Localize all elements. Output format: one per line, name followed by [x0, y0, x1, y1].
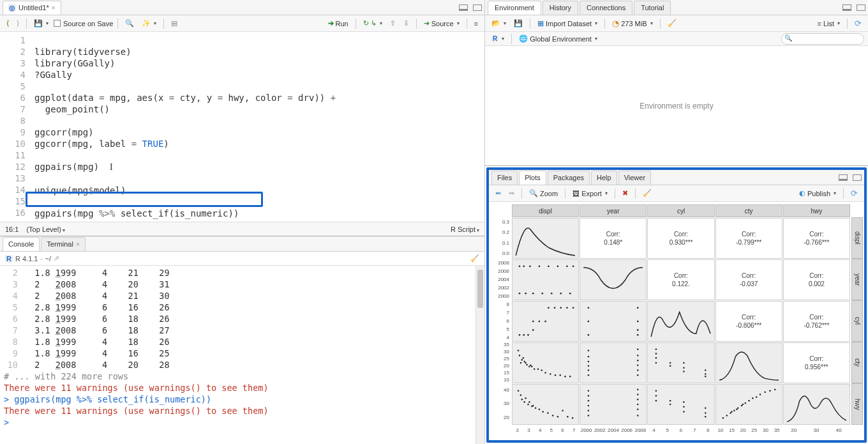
go-next-section-icon[interactable] [401, 18, 412, 29]
load-workspace-icon[interactable] [489, 18, 509, 29]
svg-point-16 [523, 334, 525, 336]
source-button[interactable]: Source [421, 18, 462, 29]
svg-point-129 [759, 394, 761, 395]
svg-point-33 [637, 307, 639, 309]
svg-point-19 [532, 321, 534, 323]
svg-point-99 [588, 405, 590, 407]
tab-environment[interactable]: Environment [488, 1, 541, 15]
svg-point-43 [537, 368, 539, 370]
svg-point-80 [521, 399, 523, 401]
svg-point-90 [562, 410, 564, 411]
svg-point-38 [523, 361, 525, 363]
export-button[interactable]: Export [570, 188, 610, 199]
svg-point-72 [684, 362, 685, 364]
memory-usage[interactable]: 273 MiB [610, 17, 655, 29]
svg-point-2 [529, 265, 531, 267]
console-output[interactable]: 2 1.8 1999 4 21 29 3 2 2008 4 20 31 4 2 … [0, 266, 484, 444]
compile-report-icon[interactable] [168, 18, 180, 29]
refresh-env-icon[interactable] [852, 17, 864, 29]
import-dataset-button[interactable]: Import Dataset [535, 18, 600, 29]
tab-history[interactable]: History [542, 1, 578, 15]
svg-point-78 [518, 390, 520, 392]
console-scrollbar[interactable] [475, 266, 484, 444]
tab-console[interactable]: Console [3, 237, 40, 251]
code-tools-icon[interactable] [139, 18, 159, 29]
svg-point-95 [532, 405, 534, 407]
svg-point-7 [572, 265, 574, 267]
maximize-pane-icon[interactable] [853, 174, 862, 181]
svg-point-46 [550, 373, 551, 375]
svg-point-91 [567, 416, 569, 418]
svg-point-120 [726, 415, 728, 417]
code-editor[interactable]: 12345678910111213141516 library(tidyvers… [0, 32, 484, 222]
clear-plots-icon[interactable] [640, 188, 654, 199]
close-icon[interactable]: × [52, 4, 56, 11]
minimize-pane-icon[interactable] [839, 174, 848, 181]
svg-point-106 [637, 408, 639, 410]
go-prev-section-icon[interactable] [387, 18, 398, 29]
svg-point-9 [525, 293, 527, 295]
source-on-save-checkbox[interactable] [54, 20, 61, 27]
outline-icon[interactable] [472, 19, 481, 29]
svg-point-34 [518, 349, 520, 351]
svg-point-122 [733, 410, 735, 411]
maximize-pane-icon[interactable] [857, 4, 865, 11]
view-mode-list[interactable]: List [814, 19, 842, 29]
source-tab-untitled[interactable]: ◎ Untitled1* × [3, 1, 61, 15]
svg-point-105 [637, 404, 639, 406]
save-workspace-icon[interactable] [511, 18, 525, 29]
env-scope[interactable]: 🌐 Global Environment [516, 33, 600, 44]
svg-point-56 [588, 361, 590, 363]
tab-viewer[interactable]: Viewer [618, 171, 651, 185]
density-year [580, 259, 647, 300]
tab-files[interactable]: Files [491, 171, 518, 185]
zoom-button[interactable]: Zoom [527, 188, 560, 199]
run-button[interactable]: Run [326, 18, 351, 29]
svg-point-31 [637, 329, 639, 331]
tab-terminal[interactable]: Terminal× [41, 237, 85, 251]
source-tabbar: ◎ Untitled1* × [0, 0, 484, 15]
language-selector[interactable]: R Script [451, 226, 479, 233]
remove-plot-icon[interactable] [620, 188, 631, 199]
svg-point-121 [730, 412, 731, 414]
maximize-pane-icon[interactable] [473, 4, 482, 11]
code-body[interactable]: library(tidyverse) library(GGally) ?GGal… [31, 32, 484, 222]
svg-point-111 [670, 400, 671, 402]
tab-tutorial[interactable]: Tutorial [634, 1, 671, 15]
plot-prev-icon[interactable]: ⬅ [493, 188, 504, 199]
svg-point-14 [569, 293, 571, 295]
minimize-pane-icon[interactable] [459, 4, 468, 11]
minimize-pane-icon[interactable] [842, 4, 851, 11]
tab-help[interactable]: Help [591, 171, 617, 185]
scope-selector[interactable]: (Top Level) [26, 226, 64, 233]
tab-packages[interactable]: Packages [548, 171, 590, 185]
svg-point-135 [742, 404, 744, 406]
svg-point-55 [588, 356, 590, 358]
refresh-plot-icon[interactable] [848, 187, 860, 199]
save-button[interactable] [31, 18, 51, 29]
nav-back-icon[interactable] [4, 18, 11, 29]
nav-forward-icon[interactable] [14, 18, 22, 29]
tab-plots[interactable]: Plots [519, 171, 546, 185]
env-tabbar: Environment History Connections Tutorial [485, 0, 868, 15]
publish-button[interactable]: Publish [797, 188, 839, 199]
clear-console-icon[interactable] [470, 254, 479, 263]
svg-point-92 [572, 417, 574, 419]
svg-point-70 [670, 362, 671, 364]
tab-connections[interactable]: Connections [580, 1, 632, 15]
svg-point-62 [637, 360, 639, 362]
env-search-input[interactable] [781, 33, 864, 45]
svg-point-63 [637, 365, 639, 367]
env-scope-bar: R 🌐 Global Environment [485, 32, 868, 46]
clear-env-icon[interactable] [665, 18, 679, 29]
rerun-button[interactable]: ↳ [361, 18, 385, 29]
prompt[interactable]: > [4, 417, 14, 427]
plot-next-icon[interactable]: ➡ [506, 188, 517, 199]
find-icon[interactable] [123, 18, 137, 29]
svg-point-67 [655, 353, 657, 355]
language-scope[interactable]: R [489, 34, 507, 43]
svg-point-20 [539, 321, 541, 323]
svg-point-23 [554, 307, 556, 309]
close-icon[interactable]: × [76, 241, 80, 248]
wd-popout-icon[interactable]: ⇗ [54, 254, 59, 263]
